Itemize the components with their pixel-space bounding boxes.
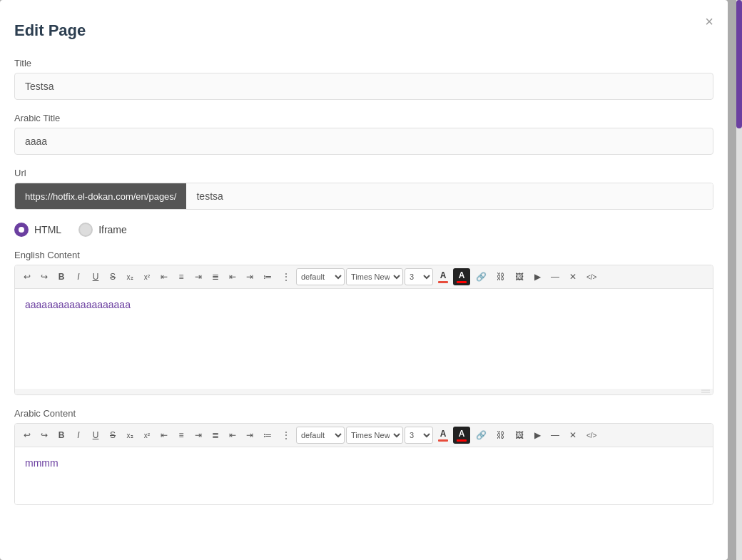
align-left-button[interactable]: ⇤: [156, 268, 172, 285]
url-field: https://hotfix.el-dokan.com/en/pages/: [14, 183, 713, 210]
english-content-label: English Content: [14, 250, 713, 260]
font-size-select[interactable]: 3 1 2 4 5 6 7: [405, 268, 433, 285]
unlink-button[interactable]: ⛓: [492, 268, 509, 285]
url-slug-input[interactable]: [186, 183, 713, 209]
arabic-title-input[interactable]: [14, 128, 713, 155]
arabic-font-size-select[interactable]: 3 1 2: [405, 427, 433, 444]
arabic-align-center-button[interactable]: ≡: [173, 427, 189, 444]
arabic-unordered-list-button[interactable]: ≔: [259, 427, 276, 444]
scrollbar-thumb[interactable]: [736, 0, 742, 128]
underline-button[interactable]: U: [88, 268, 103, 285]
url-prefix: https://hotfix.el-dokan.com/en/pages/: [15, 183, 186, 209]
align-center-button[interactable]: ≡: [173, 268, 189, 285]
indent-button[interactable]: ⇥: [242, 268, 258, 285]
outdent-button[interactable]: ⇤: [225, 268, 240, 285]
arabic-link-button[interactable]: 🔗: [472, 427, 491, 444]
iframe-radio-label: Iframe: [98, 224, 127, 235]
title-label: Title: [14, 58, 713, 68]
link-button[interactable]: 🔗: [472, 268, 491, 285]
font-format-select[interactable]: default p h1 h2: [296, 268, 345, 285]
iframe-radio[interactable]: [78, 223, 93, 237]
english-content-editor[interactable]: aaaaaaaaaaaaaaaaaaa: [15, 289, 713, 389]
arabic-toolbar: ↩ ↪ B I U S x₂ x² ⇤ ≡ ⇥ ≣ ⇤ ⇥ ≔ ⋮: [15, 424, 713, 447]
arabic-align-left-button[interactable]: ⇤: [156, 427, 172, 444]
url-label: Url: [14, 168, 713, 178]
unordered-list-button[interactable]: ≔: [259, 268, 276, 285]
video-button[interactable]: ▶: [529, 268, 545, 285]
bold-button[interactable]: B: [54, 268, 69, 285]
arabic-underline-button[interactable]: U: [88, 427, 103, 444]
arabic-font-bg-color-button[interactable]: A: [453, 427, 470, 444]
english-editor-resize[interactable]: [15, 389, 713, 394]
arabic-content-label: Arabic Content: [14, 408, 713, 419]
arabic-redo-button[interactable]: ↪: [36, 427, 52, 444]
title-input[interactable]: [14, 73, 713, 100]
arabic-content-section: Arabic Content ↩ ↪ B I U S x₂ x² ⇤ ≡ ⇥ ≣…: [14, 408, 713, 505]
remove-format-button[interactable]: ✕: [565, 268, 581, 285]
arabic-video-button[interactable]: ▶: [529, 427, 545, 444]
english-toolbar: ↩ ↪ B I U S x₂ x² ⇤ ≡ ⇥ ≣ ⇤ ⇥ ≔ ⋮: [15, 265, 713, 289]
font-family-select[interactable]: Times New Arial Verdana: [346, 268, 403, 285]
arabic-indent-button[interactable]: ⇥: [242, 427, 258, 444]
superscript-button[interactable]: x²: [139, 268, 155, 285]
html-radio-option[interactable]: HTML: [14, 223, 61, 237]
arabic-content-editor[interactable]: mmmm: [15, 447, 713, 504]
align-justify-button[interactable]: ≣: [208, 268, 223, 285]
align-right-button[interactable]: ⇥: [190, 268, 206, 285]
arabic-outdent-button[interactable]: ⇤: [225, 427, 240, 444]
modal-title: Edit Page: [14, 21, 713, 40]
hr-button[interactable]: —: [547, 268, 564, 285]
english-content-section: English Content ↩ ↪ B I U S x₂ x² ⇤ ≡ ⇥ …: [14, 250, 713, 395]
code-view-button[interactable]: </>: [582, 268, 601, 285]
arabic-strikethrough-button[interactable]: S: [105, 427, 121, 444]
strikethrough-button[interactable]: S: [105, 268, 121, 285]
arabic-hr-button[interactable]: —: [547, 427, 564, 444]
arabic-align-right-button[interactable]: ⇥: [190, 427, 206, 444]
arabic-italic-button[interactable]: I: [71, 427, 86, 444]
english-editor: ↩ ↪ B I U S x₂ x² ⇤ ≡ ⇥ ≣ ⇤ ⇥ ≔ ⋮: [14, 265, 713, 395]
edit-page-modal: × Edit Page Title Arabic Title Url https…: [0, 0, 728, 560]
arabic-bold-button[interactable]: B: [54, 427, 69, 444]
arabic-title-group: Arabic Title: [14, 113, 713, 155]
arabic-font-color-button[interactable]: A: [434, 427, 452, 444]
arabic-align-justify-button[interactable]: ≣: [208, 427, 223, 444]
title-group: Title: [14, 58, 713, 100]
scrollbar-track: [736, 0, 742, 560]
content-type-group: HTML Iframe: [14, 223, 713, 237]
iframe-radio-option[interactable]: Iframe: [78, 223, 127, 237]
arabic-remove-format-button[interactable]: ✕: [565, 427, 581, 444]
arabic-ordered-list-button[interactable]: ⋮: [278, 427, 295, 444]
arabic-subscript-button[interactable]: x₂: [122, 427, 138, 444]
subscript-button[interactable]: x₂: [122, 268, 138, 285]
ordered-list-button[interactable]: ⋮: [278, 268, 295, 285]
arabic-superscript-button[interactable]: x²: [139, 427, 155, 444]
undo-button[interactable]: ↩: [19, 268, 35, 285]
arabic-code-view-button[interactable]: </>: [582, 427, 601, 444]
font-bg-color-button[interactable]: A: [453, 268, 470, 285]
arabic-undo-button[interactable]: ↩: [19, 427, 35, 444]
html-radio[interactable]: [14, 223, 29, 237]
arabic-unlink-button[interactable]: ⛓: [492, 427, 509, 444]
font-color-button[interactable]: A: [434, 268, 452, 285]
arabic-font-family-select[interactable]: Times New Arial: [346, 427, 403, 444]
arabic-image-button[interactable]: 🖼: [511, 427, 528, 444]
arabic-title-label: Arabic Title: [14, 113, 713, 123]
italic-button[interactable]: I: [71, 268, 86, 285]
close-button[interactable]: ×: [705, 14, 713, 29]
url-group: Url https://hotfix.el-dokan.com/en/pages…: [14, 168, 713, 210]
html-radio-label: HTML: [34, 224, 61, 235]
redo-button[interactable]: ↪: [36, 268, 52, 285]
arabic-font-format-select[interactable]: default p h1: [296, 427, 345, 444]
image-button[interactable]: 🖼: [511, 268, 528, 285]
arabic-editor: ↩ ↪ B I U S x₂ x² ⇤ ≡ ⇥ ≣ ⇤ ⇥ ≔ ⋮: [14, 423, 713, 505]
